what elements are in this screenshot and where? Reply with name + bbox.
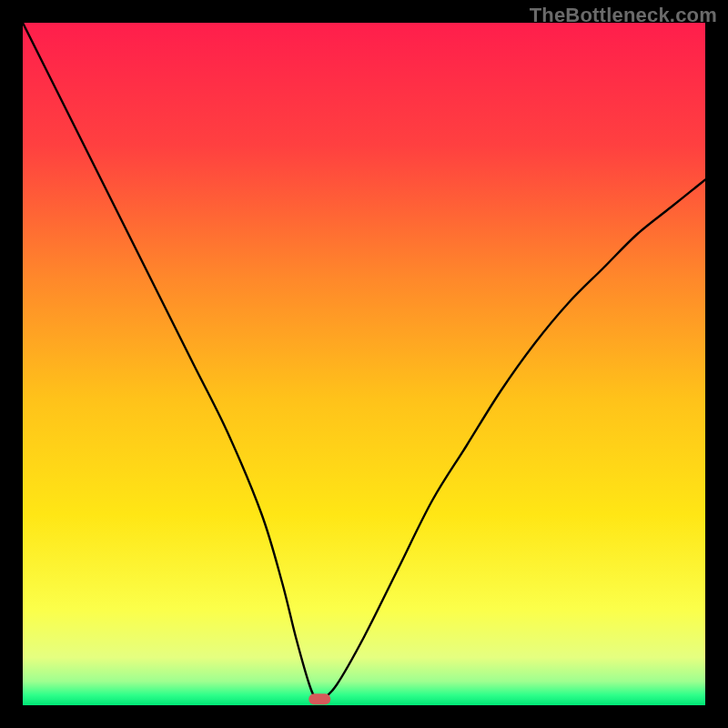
plot-area: [23, 23, 705, 705]
chart-svg: [23, 23, 705, 705]
gradient-background: [23, 23, 705, 705]
watermark-text: TheBottleneck.com: [530, 4, 717, 27]
min-marker: [308, 693, 330, 704]
chart-frame: TheBottleneck.com: [0, 0, 728, 728]
